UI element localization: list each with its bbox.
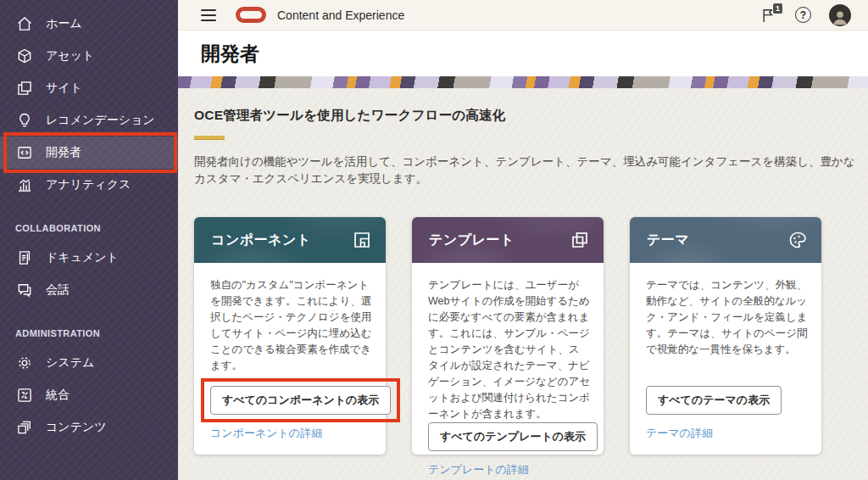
sidebar-item-developer[interactable]: 開発者 <box>0 137 178 169</box>
system-icon <box>15 354 34 372</box>
notifications-flag-icon[interactable]: 1 <box>760 7 777 24</box>
sidebar-item-label: システム <box>46 355 94 371</box>
sidebar-item-label: ホーム <box>46 16 82 31</box>
sites-icon <box>15 79 34 98</box>
show-all-themes-button[interactable]: すべてのテーマの表示 <box>646 386 782 415</box>
components-details-link[interactable]: コンポーネントの詳細 <box>210 426 372 441</box>
assets-icon <box>15 47 34 65</box>
menu-icon[interactable] <box>201 9 216 21</box>
help-icon[interactable]: ? <box>795 7 811 23</box>
show-all-templates-button[interactable]: すべてのテンプレートの表示 <box>428 422 598 451</box>
card-description: テーマでは、コンテンツ、外観、動作など、サイトの全般的なルック・アンド・フィール… <box>646 277 808 358</box>
app-title: Content and Experience <box>277 8 404 22</box>
sidebar-item-label: レコメンデーション <box>46 113 155 128</box>
templates-icon <box>570 230 590 250</box>
integration-icon <box>15 386 34 405</box>
card-themes-header: テーマ <box>630 217 821 263</box>
avatar[interactable] <box>829 4 851 26</box>
sidebar-item-label: 会話 <box>46 282 70 298</box>
card-button-wrap: すべてのテーマの表示 <box>646 386 782 415</box>
card-components-header: コンポーネント <box>194 217 386 263</box>
card-description: テンプレートには、ユーザーがWebサイトの作成を開始するために必要なすべての要素… <box>428 277 590 422</box>
card-title: コンポーネント <box>211 232 311 249</box>
sidebar-section-administration: ADMINISTRATION <box>0 328 178 338</box>
developer-icon <box>15 143 34 162</box>
sidebar-item-label: 開発者 <box>46 145 81 160</box>
decorative-banner <box>178 76 868 88</box>
themes-icon <box>787 230 808 250</box>
card-title: テーマ <box>647 232 689 249</box>
sidebar-item-home[interactable]: ホーム <box>0 8 178 40</box>
sidebar: ホーム アセット サイト レコメンデーション 開発者 <box>0 0 178 480</box>
cards-row: コンポーネント 独自の"カスタム"コンポーネントを開発できます。これにより、選択… <box>194 217 868 455</box>
sidebar-item-sites[interactable]: サイト <box>0 72 178 104</box>
conversations-icon <box>15 281 34 299</box>
recommendations-icon <box>15 111 34 130</box>
card-templates: テンプレート テンプレートには、ユーザーがWebサイトの作成を開始するために必要… <box>412 217 604 455</box>
sidebar-item-analytics[interactable]: アナリティクス <box>0 169 178 201</box>
page-title: 開発者 <box>201 41 259 67</box>
sidebar-main-nav: ホーム アセット サイト レコメンデーション 開発者 <box>0 8 178 444</box>
sidebar-item-integration[interactable]: 統合 <box>0 379 178 411</box>
gold-accent-bar <box>194 136 225 140</box>
documents-icon <box>15 248 34 267</box>
components-icon <box>352 230 372 250</box>
card-body: テンプレートには、ユーザーがWebサイトの作成を開始するために必要なすべての要素… <box>412 263 604 480</box>
sidebar-item-documents[interactable]: ドキュメント <box>0 242 178 274</box>
sidebar-item-assets[interactable]: アセット <box>0 40 178 72</box>
sidebar-item-label: サイト <box>46 81 82 96</box>
oracle-logo-icon <box>236 7 266 23</box>
card-button-wrap: すべてのコンポーネントの表示 <box>210 386 391 415</box>
sidebar-item-label: コンテンツ <box>46 420 107 435</box>
card-body: テーマでは、コンテンツ、外観、動作など、サイトの全般的なルック・アンド・フィール… <box>630 263 821 455</box>
topbar-actions: 1 ? <box>760 4 851 26</box>
card-description: 独自の"カスタム"コンポーネントを開発できます。これにより、選択したページ・テク… <box>210 277 372 374</box>
analytics-icon <box>15 176 34 194</box>
sidebar-item-label: アセット <box>46 48 94 64</box>
card-title: テンプレート <box>429 232 515 249</box>
card-templates-header: テンプレート <box>412 217 604 263</box>
content-area: OCE管理者ツールを使用したワークフローの高速化 開発者向けの機能やツールを活用… <box>178 88 868 480</box>
sidebar-item-label: 統合 <box>46 388 70 403</box>
card-components: コンポーネント 独自の"カスタム"コンポーネントを開発できます。これにより、選択… <box>194 217 386 455</box>
page-title-bar: 開発者 <box>178 31 868 76</box>
sidebar-item-content[interactable]: コンテンツ <box>0 411 178 444</box>
themes-details-link[interactable]: テーマの詳細 <box>646 426 808 441</box>
section-description: 開発者向けの機能やツールを活用して、コンポーネント、テンプレート、テーマ、埋込み… <box>194 153 860 187</box>
sidebar-item-label: ドキュメント <box>46 250 119 265</box>
notification-badge: 1 <box>772 3 783 14</box>
section-heading: OCE管理者ツールを使用したワークフローの高速化 <box>194 107 868 125</box>
sidebar-item-system[interactable]: システム <box>0 347 178 379</box>
sidebar-item-recommendations[interactable]: レコメンデーション <box>0 104 178 137</box>
templates-details-link[interactable]: テンプレートの詳細 <box>428 462 590 477</box>
sidebar-item-conversations[interactable]: 会話 <box>0 274 178 306</box>
card-button-wrap: すべてのテンプレートの表示 <box>428 422 598 451</box>
show-all-components-button[interactable]: すべてのコンポーネントの表示 <box>210 386 391 415</box>
card-body: 独自の"カスタム"コンポーネントを開発できます。これにより、選択したページ・テク… <box>194 263 386 455</box>
home-icon <box>15 14 34 33</box>
top-bar: Content and Experience 1 ? <box>178 0 868 31</box>
sidebar-section-collaboration: COLLABORATION <box>0 223 178 233</box>
main-area: Content and Experience 1 ? 開発者 OCE管理者ツール… <box>178 0 868 480</box>
sidebar-item-label: アナリティクス <box>46 177 131 193</box>
card-themes: テーマ テーマでは、コンテンツ、外観、動作など、サイトの全般的なルック・アンド・… <box>630 217 821 455</box>
content-icon <box>15 418 34 437</box>
